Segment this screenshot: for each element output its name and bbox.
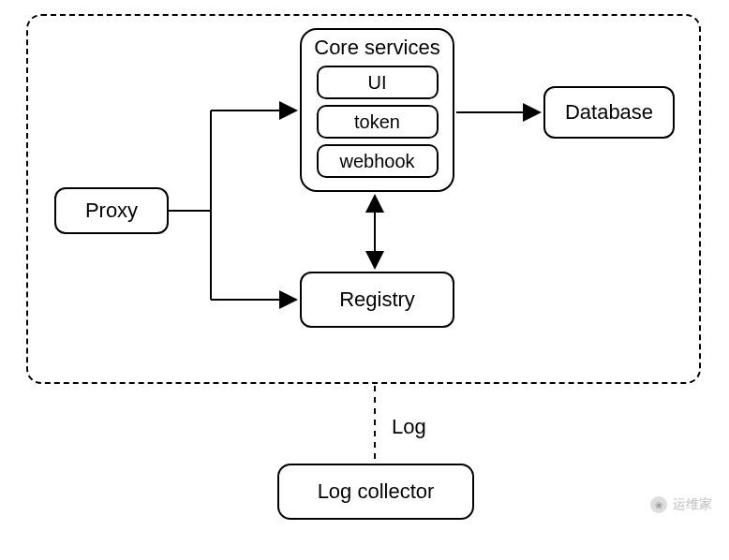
proxy-label: Proxy — [85, 199, 138, 223]
core-services-node: Core services UI token webhook — [300, 28, 454, 192]
registry-label: Registry — [339, 287, 415, 312]
log-collector-label: Log collector — [318, 479, 435, 504]
core-webhook-label: webhook — [339, 151, 414, 172]
core-webhook-box: webhook — [317, 144, 439, 178]
watermark: ❀ 运维家 — [650, 496, 712, 513]
core-ui-label: UI — [368, 72, 387, 94]
log-collector-node: Log collector — [277, 464, 474, 520]
core-ui-box: UI — [317, 66, 439, 99]
proxy-node: Proxy — [54, 187, 169, 234]
core-token-label: token — [354, 111, 400, 133]
database-node: Database — [543, 86, 675, 139]
registry-node: Registry — [300, 272, 454, 328]
core-services-title: Core services — [314, 36, 439, 60]
log-edge-label: Log — [392, 415, 426, 439]
core-token-box: token — [317, 105, 439, 139]
database-label: Database — [565, 100, 653, 125]
watermark-text: 运维家 — [673, 496, 712, 513]
watermark-icon: ❀ — [650, 496, 667, 513]
